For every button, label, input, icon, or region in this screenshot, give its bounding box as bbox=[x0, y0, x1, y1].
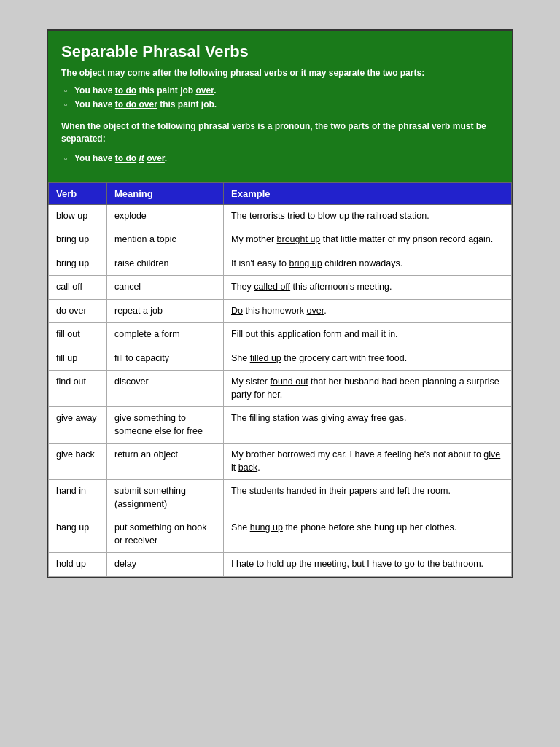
table-row: fill upfill to capacityShe filled up the… bbox=[49, 347, 512, 371]
col-meaning: Meaning bbox=[107, 182, 224, 204]
pronoun-example: You have to do it over. bbox=[61, 152, 499, 165]
intro-example-1: You have to do this paint job over. bbox=[61, 84, 499, 98]
cell-verb: do over bbox=[49, 299, 107, 323]
intro-examples: You have to do this paint job over. You … bbox=[61, 84, 499, 112]
cell-meaning: raise children bbox=[107, 252, 224, 276]
cell-meaning: give something to someone else for free bbox=[107, 407, 224, 444]
cell-verb: fill up bbox=[49, 347, 107, 371]
cell-example: My sister found out that her husband had… bbox=[224, 371, 512, 407]
main-card: Separable Phrasal Verbs The object may c… bbox=[47, 29, 513, 578]
cell-verb: blow up bbox=[49, 204, 107, 228]
cell-example: My brother borrowed my car. I have a fee… bbox=[224, 444, 512, 480]
col-verb: Verb bbox=[49, 182, 107, 204]
cell-example: The students handed in their papers and … bbox=[224, 480, 512, 516]
cell-meaning: fill to capacity bbox=[107, 347, 224, 371]
cell-verb: call off bbox=[49, 276, 107, 300]
cell-example: Fill out this application form and mail … bbox=[224, 323, 512, 347]
cell-example: My mother brought up that little matter … bbox=[224, 228, 512, 252]
cell-verb: hold up bbox=[49, 553, 107, 577]
table-row: bring upraise childrenIt isn't easy to b… bbox=[49, 252, 512, 276]
table-row: find outdiscoverMy sister found out that… bbox=[49, 371, 512, 407]
cell-meaning: complete a form bbox=[107, 323, 224, 347]
cell-meaning: mention a topic bbox=[107, 228, 224, 252]
cell-verb: bring up bbox=[49, 228, 107, 252]
cell-verb: hand in bbox=[49, 480, 107, 516]
table-row: hang upput something on hook or receiver… bbox=[49, 516, 512, 553]
cell-example: Do this homework over. bbox=[224, 299, 512, 323]
cell-meaning: discover bbox=[107, 371, 224, 407]
table-row: blow upexplodeThe terrorists tried to bl… bbox=[49, 204, 512, 228]
cell-verb: give back bbox=[49, 444, 107, 480]
cell-example: The terrorists tried to blow up the rail… bbox=[224, 204, 512, 228]
intro-text: The object may come after the following … bbox=[61, 67, 499, 80]
cell-example: The filling station was giving away free… bbox=[224, 407, 512, 444]
cell-example: She hung up the phone before she hung up… bbox=[224, 516, 512, 553]
table-row: fill outcomplete a formFill out this app… bbox=[49, 323, 512, 347]
header-section: Separable Phrasal Verbs The object may c… bbox=[48, 31, 512, 182]
cell-meaning: cancel bbox=[107, 276, 224, 300]
intro-example-2: You have to do over this paint job. bbox=[61, 98, 499, 112]
table-row: bring upmention a topicMy mother brought… bbox=[49, 228, 512, 252]
cell-meaning: delay bbox=[107, 553, 224, 577]
cell-meaning: return an object bbox=[107, 444, 224, 480]
table-header-row: Verb Meaning Example bbox=[49, 182, 512, 204]
table-row: give awaygive something to someone else … bbox=[49, 407, 512, 444]
table-row: give backreturn an objectMy brother borr… bbox=[49, 444, 512, 480]
cell-meaning: submit something (assignment) bbox=[107, 480, 224, 516]
cell-verb: find out bbox=[49, 371, 107, 407]
cell-example: I hate to hold up the meeting, but I hav… bbox=[224, 553, 512, 577]
phrasal-verbs-table: Verb Meaning Example blow upexplodeThe t… bbox=[48, 182, 512, 577]
cell-meaning: repeat a job bbox=[107, 299, 224, 323]
cell-example: They called off this afternoon's meeting… bbox=[224, 276, 512, 300]
pronoun-note: When the object of the following phrasal… bbox=[61, 120, 499, 145]
cell-meaning: put something on hook or receiver bbox=[107, 516, 224, 553]
cell-example: She filled up the grocery cart with free… bbox=[224, 347, 512, 371]
col-example: Example bbox=[224, 182, 512, 204]
cell-verb: fill out bbox=[49, 323, 107, 347]
cell-example: It isn't easy to bring up children nowad… bbox=[224, 252, 512, 276]
page-title: Separable Phrasal Verbs bbox=[61, 42, 499, 61]
table-row: call offcancelThey called off this after… bbox=[49, 276, 512, 300]
cell-verb: bring up bbox=[49, 252, 107, 276]
table-row: hand insubmit something (assignment)The … bbox=[49, 480, 512, 516]
cell-verb: hang up bbox=[49, 516, 107, 553]
table-row: do overrepeat a jobDo this homework over… bbox=[49, 299, 512, 323]
cell-meaning: explode bbox=[107, 204, 224, 228]
cell-verb: give away bbox=[49, 407, 107, 444]
table-row: hold updelayI hate to hold up the meetin… bbox=[49, 553, 512, 577]
